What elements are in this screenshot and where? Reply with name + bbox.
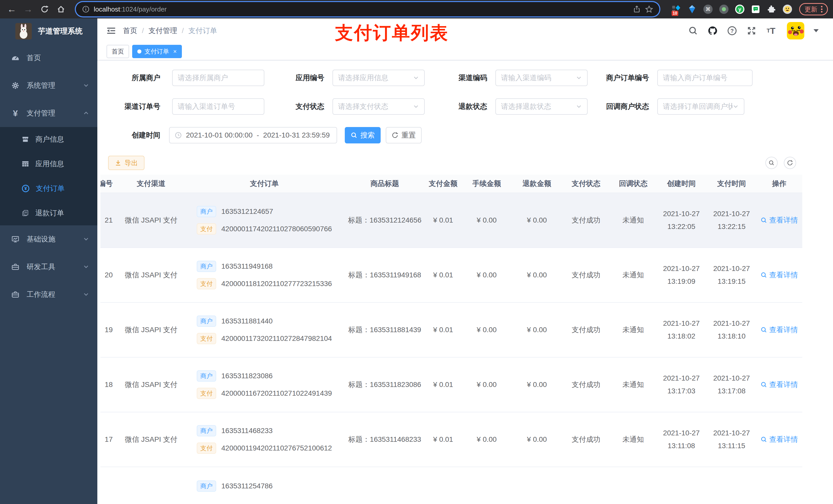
sidebar-item-devtools[interactable]: 研发工具 xyxy=(0,253,97,281)
bookmark-star-icon[interactable] xyxy=(645,5,653,13)
sidebar-item-workflow[interactable]: 工作流程 xyxy=(0,281,97,308)
callback-status-select[interactable]: 请选择订单回调商户状态 xyxy=(657,98,744,115)
font-size-button[interactable]: TT xyxy=(765,25,777,37)
col-action: 操作 xyxy=(756,179,802,189)
cell-id: 21 xyxy=(100,216,118,224)
tab-pay-order[interactable]: 支付订单 × xyxy=(132,45,182,58)
app-select[interactable]: 请选择应用信息 xyxy=(332,70,425,86)
cell-channel: 微信 JSAPI 支付 xyxy=(118,435,185,444)
chevron-down-icon xyxy=(83,291,89,297)
pay-status-select[interactable]: 请选择支付状态 xyxy=(332,98,425,115)
reset-button[interactable]: 重置 xyxy=(386,127,422,143)
browser-reload-button[interactable] xyxy=(38,3,51,16)
sidebar-item-app-info[interactable]: 应用信息 xyxy=(0,152,97,176)
chevron-down-icon xyxy=(83,82,89,89)
browser-home-button[interactable] xyxy=(54,3,68,16)
github-button[interactable] xyxy=(707,25,718,37)
show-search-toggle-button[interactable] xyxy=(765,157,778,169)
cell-id: 19 xyxy=(100,326,118,334)
cell-title: 标题：1635311881439 xyxy=(344,325,425,335)
extension-chat-icon[interactable] xyxy=(751,5,760,14)
sidebar-item-pay-order[interactable]: ¥ 支付订单 xyxy=(0,176,97,201)
search-button[interactable]: 搜索 xyxy=(345,127,381,143)
cell-refund: ¥ 0.00 xyxy=(512,326,562,334)
breadcrumb-pay[interactable]: 支付管理 xyxy=(148,26,177,35)
extension-puzzle-icon[interactable] xyxy=(767,5,776,14)
app-logo-row[interactable]: 芋道管理系统 xyxy=(0,19,97,44)
cell-paid: 2021-10-27 13:17:08 xyxy=(707,374,756,395)
sidebar-item-system[interactable]: 系统管理 xyxy=(0,72,97,99)
app-title: 芋道管理系统 xyxy=(38,26,82,37)
cell-id: 17 xyxy=(100,435,118,443)
channel-code-select[interactable]: 请输入渠道编码 xyxy=(495,70,588,86)
view-detail-link[interactable]: 查看详情 xyxy=(761,380,798,389)
view-detail-link[interactable]: 查看详情 xyxy=(761,325,798,335)
view-detail-link[interactable]: 查看详情 xyxy=(761,435,798,444)
help-button[interactable]: ? xyxy=(727,25,738,37)
extension-emoji-icon[interactable] xyxy=(783,5,792,14)
col-notify: 回调状态 xyxy=(611,179,656,189)
cell-id: 18 xyxy=(100,381,118,389)
table-icon xyxy=(22,160,29,168)
merchant-input[interactable] xyxy=(172,70,264,86)
tab-home[interactable]: 首页 xyxy=(106,45,129,58)
cell-refund: ¥ 0.00 xyxy=(512,381,562,389)
header-search-button[interactable] xyxy=(688,25,699,37)
extension-command-icon[interactable]: ⌘ xyxy=(704,5,713,14)
view-detail-link[interactable]: 查看详情 xyxy=(761,215,798,225)
browser-forward-button[interactable]: → xyxy=(22,3,35,16)
merchant-order-no-input[interactable] xyxy=(657,70,753,86)
sidebar-item-refund-order[interactable]: 退款订单 xyxy=(0,201,97,225)
view-detail-link[interactable]: 查看详情 xyxy=(761,270,798,280)
refresh-table-button[interactable] xyxy=(784,157,796,169)
cell-title: 标题：1635311949168 xyxy=(344,270,425,280)
url-text: localhost:1024/pay/order xyxy=(94,5,628,13)
extension-y-icon[interactable]: y xyxy=(735,5,744,14)
breadcrumb: 首页 / 支付管理 / 支付订单 xyxy=(123,26,217,35)
refund-status-select[interactable]: 请选择退款状态 xyxy=(495,98,588,115)
channel-order-no-input[interactable] xyxy=(172,98,264,115)
cell-status: 支付成功 xyxy=(562,435,611,444)
sidebar-collapse-icon[interactable] xyxy=(106,27,116,35)
extension-recorder-icon[interactable] xyxy=(719,5,729,14)
share-icon[interactable] xyxy=(633,5,641,13)
sidebar-item-home[interactable]: 首页 xyxy=(0,44,97,72)
search-icon xyxy=(768,160,775,166)
url-bar[interactable]: localhost:1024/pay/order xyxy=(76,2,659,16)
chevron-down-icon xyxy=(83,236,89,242)
extension-tasks-icon[interactable]: 10 xyxy=(672,5,681,14)
yen-icon: ¥ xyxy=(11,108,20,118)
fullscreen-button[interactable] xyxy=(746,25,757,37)
table-row-partial: 商户 1635311254786 xyxy=(100,467,802,504)
browser-update-menu[interactable]: 更新 xyxy=(799,3,828,15)
browser-back-button[interactable]: ← xyxy=(5,3,19,16)
merchant-badge: 商户 xyxy=(197,261,216,272)
cell-title: 标题：1635311823086 xyxy=(344,380,425,389)
merchant-badge: 商户 xyxy=(197,370,216,382)
merchant-order-no-label: 商户订单编号 xyxy=(606,73,649,83)
search-icon xyxy=(761,217,767,223)
create-time-range-picker[interactable]: 2021-10-01 00:00:00 - 2021-10-31 23:59:5… xyxy=(169,127,337,143)
tab-close-icon[interactable]: × xyxy=(173,48,177,55)
merchant-order-no: 1635311468233 xyxy=(221,427,272,435)
export-button[interactable]: 导出 xyxy=(108,156,144,170)
date-start: 2021-10-01 00:00:00 xyxy=(186,131,253,139)
sidebar-item-pay[interactable]: ¥ 支付管理 xyxy=(0,99,97,127)
cell-notify: 未通知 xyxy=(611,325,656,335)
cell-order: 商户 1635311881440 支付 42000011732021102728… xyxy=(185,315,344,344)
avatar[interactable] xyxy=(787,22,804,40)
extension-kite-icon[interactable] xyxy=(688,5,697,14)
cell-status: 支付成功 xyxy=(562,380,611,389)
pay-badge: 支付 xyxy=(197,388,216,399)
sidebar-item-infra[interactable]: 基础设施 xyxy=(0,225,97,253)
filter-row-3: 创建时间 2021-10-01 00:00:00 - 2021-10-31 23… xyxy=(97,127,833,143)
breadcrumb-home[interactable]: 首页 xyxy=(123,26,137,35)
sidebar-item-merchant-info[interactable]: 商户信息 xyxy=(0,127,97,152)
chevron-down-icon xyxy=(413,75,419,81)
cell-paid: 2021-10-27 13:11:15 xyxy=(707,429,756,450)
cell-action: 查看详情 xyxy=(756,435,802,444)
tags-view: 首页 支付订单 × xyxy=(97,43,833,61)
user-menu-caret-icon[interactable] xyxy=(813,29,819,32)
pay-order-table: 编号 支付渠道 支付订单 商品标题 支付金额 手续金额 退款金额 支付状态 回调… xyxy=(100,175,802,504)
svg-text:?: ? xyxy=(731,28,734,34)
